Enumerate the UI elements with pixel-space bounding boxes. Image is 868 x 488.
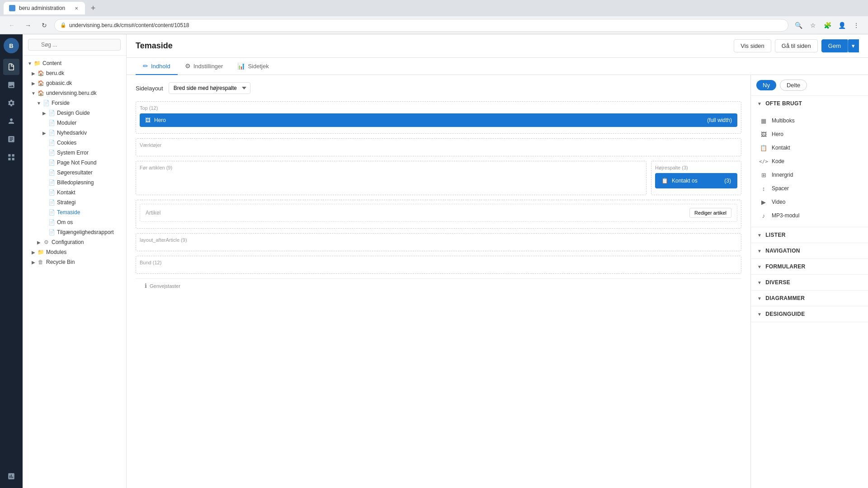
panel-item-kode[interactable]: </> Kode [757,155,862,168]
tree-item-billedoplosning[interactable]: 📄 Billedopløsning [23,178,126,188]
tree-label: Billedopløsning [57,179,123,186]
panel-section-header-ofte-brugt[interactable]: ▼ OFTE BRUGT [751,96,868,111]
tree-item-page-not-found[interactable]: 📄 Page Not Found [23,158,126,168]
zone-label-layout-after: layout_afterArticle (9) [140,237,737,243]
tree-item-om-os[interactable]: 📄 Om os [23,217,126,227]
tree-item-sogeresultater[interactable]: 📄 Søgeresultater [23,168,126,178]
panel-item-mp3modul[interactable]: ♪ MP3-modul [757,209,862,222]
hero-panel-icon: 🖼 [759,130,768,139]
vis-siden-button[interactable]: Vis siden [734,39,771,52]
panel-section-header-navigation[interactable]: ▼ NAVIGATION [751,243,868,258]
panel-item-kontakt[interactable]: 📋 Kontakt [757,141,862,155]
tree-item-undervisning[interactable]: ▼ 🏠 undervisning.beru.dk [23,88,126,98]
sidebar-item-content[interactable] [3,59,19,75]
zone-label-hoejrespalte: Højrespalte (3) [655,165,737,170]
expand-arrow [41,139,48,146]
menu-icon-btn[interactable]: ⋮ [850,19,863,32]
tree-item-recycle-bin[interactable]: ▶ 🗑 Recycle Bin [23,257,126,267]
panel-section-header-diverse[interactable]: ▼ DIVERSE [751,275,868,290]
tree-item-strategi[interactable]: 📄 Strategi [23,197,126,207]
tree-item-configuration[interactable]: ▶ ⚙ Configuration [23,237,126,247]
panel-section-header-designguide[interactable]: ▼ DESIGNGUIDE [751,306,868,322]
tree-label: gobasic.dk [46,80,123,86]
delte-button[interactable]: Delte [780,80,807,91]
rediger-artikel-button[interactable]: Rediger artikel [689,208,731,218]
ga-til-siden-button[interactable]: Gå til siden [775,39,818,52]
panel-section-header-diagrammer[interactable]: ▼ DIAGRAMMER [751,291,868,306]
expand-arrow [41,189,48,196]
tree-item-beru[interactable]: ▶ 🏠 beru.dk [23,68,126,78]
gem-dropdown-button[interactable]: ▾ [848,39,859,52]
panel-item-multiboks[interactable]: ▦ Multiboks [757,114,862,127]
bookmark-icon-btn[interactable]: ☆ [807,19,819,32]
sidebar-item-users[interactable] [3,113,19,129]
panel-item-spacer[interactable]: ↕ Spacer [757,182,862,195]
panel-item-video[interactable]: ▶ Video [757,195,862,209]
sidebar-item-analytics[interactable] [3,468,19,484]
icon-sidebar: B [0,34,23,488]
panel-section-header-formularer[interactable]: ▼ FORMULARER [751,259,868,274]
back-button[interactable]: ← [5,19,18,32]
panel-section-header-lister[interactable]: ▼ LISTER [751,227,868,243]
tree-item-modules[interactable]: ▶ 📁 Modules [23,247,126,257]
expand-arrow: ▶ [30,258,37,266]
profile-icon-btn[interactable]: 👤 [835,19,848,32]
tree-item-tilgaengelighedsrapport[interactable]: 📄 Tilgængelighedsrapport [23,227,126,237]
home-icon: 🏠 [37,89,44,97]
video-panel-icon: ▶ [759,197,768,206]
chevron-right-icon: ▼ [757,312,762,317]
reload-button[interactable]: ↻ [38,19,51,32]
mp3-panel-icon: ♪ [759,211,768,220]
panel-item-innergrid[interactable]: ⊞ Innergrid [757,168,862,182]
panel-item-hero[interactable]: 🖼 Hero [757,127,862,141]
panel-item-label: Video [772,199,785,205]
zone-label-vaerktojer: Værktøjer [140,142,737,148]
forward-button[interactable]: → [22,19,34,32]
zone-vaerktojer: Værktøjer [136,138,741,156]
tree-item-kontakt[interactable]: 📄 Kontakt [23,188,126,197]
address-bar[interactable]: 🔒 undervisning.beru.dk/cms#/content/cont… [54,19,788,32]
tab-sidetjek[interactable]: 📊 Sidetjek [230,58,276,75]
tree-item-moduler[interactable]: 📄 Moduler [23,118,126,128]
tree-item-design-guide[interactable]: ▶ 📄 Design Guide [23,108,126,118]
expand-arrow [41,199,48,206]
sidebar-item-media[interactable] [3,77,19,93]
search-icon-btn[interactable]: 🔍 [792,19,805,32]
shortcuts-bar[interactable]: ℹ Genvejstaster [136,278,741,293]
page-icon: 📄 [48,159,55,166]
block-hero-left: 🖼 Hero [145,117,166,123]
panel-item-label: Multiboks [772,117,795,124]
ny-button[interactable]: Ny [756,80,776,90]
tree-label: beru.dk [46,70,123,76]
panel-section-diagrammer: ▼ DIAGRAMMER [751,291,868,306]
expand-arrow [41,119,48,127]
extensions-icon-btn[interactable]: 🧩 [821,19,834,32]
page-icon: 📄 [48,139,55,146]
expand-arrow: ▼ [30,89,37,97]
zone-for-artiklen: Før artiklen (9) [136,161,646,195]
block-hero[interactable]: 🖼 Hero (full width) [140,113,737,127]
sidebar-item-forms[interactable] [3,131,19,147]
innergrid-panel-icon: ⊞ [759,170,768,179]
browser-tab[interactable]: beru administration ✕ [4,2,85,14]
search-input[interactable] [28,39,121,51]
tree-item-system-error[interactable]: 📄 System Error [23,148,126,158]
gem-button[interactable]: Gem [821,39,848,52]
tab-indhold[interactable]: ✏ Indhold [136,58,178,75]
tab-indstillinger[interactable]: ⚙ Indstillinger [178,58,231,75]
tree-item-forside[interactable]: ▼ 📄 Forside [23,98,126,108]
zone-artikel: Artikel Rediger artikel [136,200,741,229]
sidebar-item-settings[interactable] [3,95,19,111]
block-contact-left: 📋 Kontakt os [661,178,698,184]
new-tab-button[interactable]: + [87,2,99,14]
tab-close-button[interactable]: ✕ [73,5,80,11]
layout-select[interactable]: Bred side med højrespalteBred sideFuld b… [169,82,250,94]
sidebar-item-grid[interactable] [3,149,19,165]
block-kontakt-os[interactable]: 📋 Kontakt os (3) [655,173,737,188]
main-header: Temaside Vis siden Gå til siden Gem ▾ [127,34,868,58]
tree-item-temaside[interactable]: 📄 Temaside [23,207,126,217]
tree-item-nyhedsarkiv[interactable]: ▶ 📄 Nyhedsarkiv [23,128,126,138]
tree-item-content[interactable]: ▼ 📁 Content [23,58,126,68]
tree-item-cookies[interactable]: 📄 Cookies [23,138,126,148]
tree-item-gobasic[interactable]: ▶ 🏠 gobasic.dk [23,78,126,88]
